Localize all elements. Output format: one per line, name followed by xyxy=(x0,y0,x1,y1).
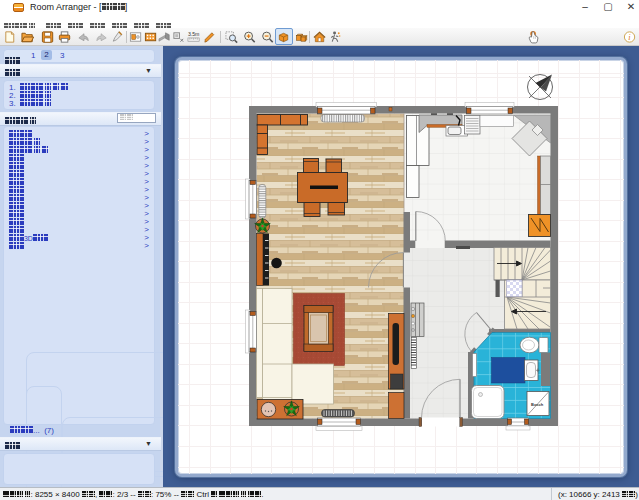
svg-text:3.5m: 3.5m xyxy=(188,31,199,37)
svg-text:Bosch: Bosch xyxy=(531,402,544,407)
